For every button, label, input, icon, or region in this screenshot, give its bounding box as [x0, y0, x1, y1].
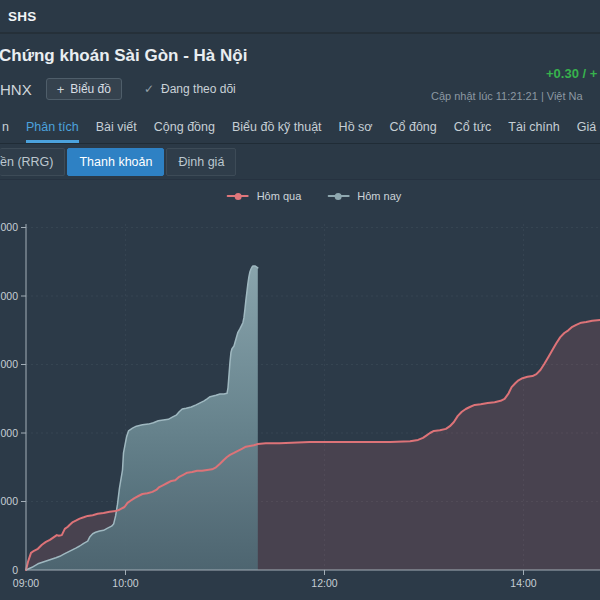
subtab-2[interactable]: Định giá	[166, 148, 236, 176]
y-axis-label: ,000	[0, 427, 18, 439]
tab-8[interactable]: Tài chính	[508, 111, 559, 143]
ticker-symbol: SHS	[8, 9, 37, 24]
tab-9[interactable]: Giá quá khứ	[577, 111, 600, 143]
price-change: +0.30 / +	[546, 66, 597, 81]
y-axis-label: ,000	[0, 358, 18, 370]
legend-label: Hôm nay	[357, 190, 401, 202]
tab-0[interactable]: n	[2, 111, 9, 143]
watching-button[interactable]: ✓ Đang theo dõi	[144, 82, 236, 96]
y-axis-label: ,000	[0, 495, 18, 507]
update-time: Cập nhật lúc 11:21:21 | Việt Na	[431, 90, 583, 102]
y-axis-label: 0	[12, 564, 18, 576]
x-axis-label: 09:00	[13, 577, 39, 589]
x-axis-label: 10:00	[112, 577, 138, 589]
liquidity-chart-panel: Hôm quaHôm nay 0,000,000,000,000,00009:0…	[0, 179, 600, 600]
series-areas	[26, 266, 600, 570]
y-axis-label: ,000	[0, 221, 18, 233]
tab-3[interactable]: Cộng đồng	[154, 111, 215, 143]
legend-item-1[interactable]: Hôm nay	[327, 190, 401, 202]
tab-2[interactable]: Bài viết	[96, 111, 137, 143]
tab-1[interactable]: Phân tích	[26, 111, 79, 143]
y-axis-label: ,000	[0, 290, 18, 302]
add-chart-label: Biểu đồ	[70, 82, 111, 96]
liquidity-chart[interactable]: 0,000,000,000,000,00009:0010:0012:0014:0…	[0, 180, 600, 600]
watching-label: Đang theo dõi	[161, 82, 236, 96]
subtab-1[interactable]: Thanh khoản	[67, 148, 164, 176]
meta-row: HNX + Biểu đồ ✓ Đang theo dõi	[0, 78, 236, 100]
check-icon: ✓	[144, 82, 154, 96]
page-title: Chứng khoán Sài Gòn - Hà Nội	[0, 46, 247, 66]
add-chart-button[interactable]: + Biểu đồ	[46, 78, 122, 100]
sub-tab-bar: ền (RRG)Thanh khoảnĐịnh giá	[0, 144, 600, 179]
tab-bar: nPhân tíchBài viếtCộng đồngBiểu đồ kỹ th…	[0, 111, 600, 144]
plus-icon: +	[57, 82, 65, 97]
tab-4[interactable]: Biểu đồ kỹ thuật	[232, 111, 322, 143]
top-bar: SHS	[0, 0, 600, 34]
legend-marker-icon	[327, 193, 349, 200]
subtab-0[interactable]: ền (RRG)	[0, 148, 65, 176]
chart-legend: Hôm quaHôm nay	[227, 190, 402, 202]
x-axis-label: 14:00	[510, 577, 536, 589]
tab-7[interactable]: Cổ tức	[454, 111, 492, 143]
tab-6[interactable]: Cổ đông	[390, 111, 437, 143]
x-axis-label: 12:00	[311, 577, 337, 589]
stock-header: Chứng khoán Sài Gòn - Hà Nội HNX + Biểu …	[0, 34, 600, 111]
tab-5[interactable]: Hồ sơ	[339, 111, 373, 143]
legend-item-0[interactable]: Hôm qua	[227, 190, 302, 202]
legend-marker-icon	[227, 193, 249, 200]
exchange-label: HNX	[0, 81, 32, 98]
area-Hôm nay	[26, 266, 258, 570]
legend-label: Hôm qua	[257, 190, 302, 202]
